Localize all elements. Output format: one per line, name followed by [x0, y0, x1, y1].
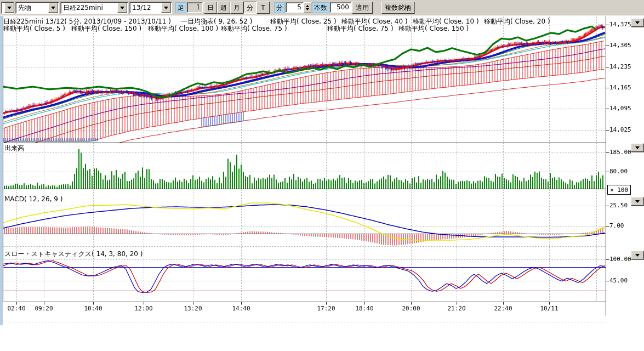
symbol-combo[interactable]: 日経225mini	[60, 2, 128, 14]
y-axis-tick-label: 25.50	[609, 202, 628, 209]
volume-pane-label: 出来高	[4, 144, 24, 153]
x-axis-tick-label: 02:40	[7, 305, 25, 312]
price-chart-canvas[interactable]	[0, 0, 644, 351]
symbol-combo-value: 日経225mini	[61, 3, 117, 13]
apply-button[interactable]: 適用	[352, 2, 373, 14]
y-axis-tick-label: 14,235	[609, 63, 631, 70]
x-axis-tick-label: 22:40	[494, 305, 512, 312]
period-button-week[interactable]: 週	[217, 2, 230, 14]
period-button-day[interactable]: 日	[204, 2, 217, 14]
y-axis-tick-label: 100.00	[609, 256, 631, 263]
toolbar: 先物 日経225mini 13/12 足 1 日週月分T 分 5 本数 500 …	[0, 0, 644, 16]
legend-item: 移動平均( Close, 100 )	[148, 24, 218, 33]
chevron-down-icon[interactable]	[48, 3, 58, 13]
volume-unit-multiplier-badge: × 100	[607, 185, 631, 195]
spin-button[interactable]	[304, 2, 311, 13]
legend-item: 移動平均( Close, 75 )	[327, 24, 394, 33]
chart-application-window: 先物 日経225mini 13/12 足 1 日週月分T 分 5 本数 500 …	[0, 0, 644, 351]
contract-month-combo-value: 13/12	[130, 4, 161, 12]
x-axis-tick-label: 14:40	[232, 305, 250, 312]
period-button-tick[interactable]: T	[257, 2, 270, 14]
bar-count-spinner-value: 500	[330, 2, 351, 13]
multi-symbol-button[interactable]: 複数銘柄	[381, 2, 414, 14]
legend-item: 移動平均( Close, 150 )	[71, 24, 141, 33]
legend-item: 移動平均( Close, 20 )	[484, 17, 550, 26]
x-axis-tick-label: 09:20	[35, 305, 53, 312]
x-axis-tick-label: 12:00	[134, 305, 152, 312]
minute-spinner-value: 5	[286, 2, 304, 13]
y-axis-tick-label: 14,305	[609, 42, 631, 49]
interval-spinner-value: 1	[187, 2, 203, 13]
stoch-pane-scroll-down-button[interactable]	[631, 251, 643, 259]
chevron-down-icon	[635, 146, 640, 149]
x-axis-tick-label: 10:40	[84, 305, 102, 312]
y-axis-tick-label: 80.00	[609, 168, 628, 175]
y-axis-tick-label: 14,375	[609, 21, 631, 28]
mini-combo[interactable]	[1, 2, 14, 14]
chevron-down-icon	[635, 254, 640, 257]
x-axis-tick-label: 20:00	[402, 305, 420, 312]
y-axis-tick-label: 14,165	[609, 84, 631, 91]
legend-item: 移動平均( Close, 75 )	[221, 24, 287, 33]
period-button-minute[interactable]: 分	[243, 2, 257, 14]
y-axis-tick-label: 14,025	[609, 126, 631, 133]
contract-month-combo[interactable]: 13/12	[129, 2, 172, 14]
category-combo[interactable]: 先物	[15, 2, 59, 14]
x-axis-tick-label: 10/11	[540, 305, 558, 312]
x-axis-tick-label: 17:20	[317, 305, 335, 312]
volume-pane-scroll-down-button[interactable]	[631, 143, 643, 152]
category-combo-value: 先物	[16, 3, 48, 13]
chevron-down-icon	[635, 21, 640, 24]
y-axis-tick-label: 185.00	[609, 149, 631, 156]
x-axis-tick-label: 21:20	[447, 305, 465, 312]
y-axis-tick-label: 7.00	[609, 222, 624, 229]
chevron-down-icon[interactable]	[4, 3, 14, 13]
y-axis-tick-label: 14,095	[609, 105, 631, 112]
macd-pane-label: MACD( 12, 26, 9 )	[4, 195, 62, 203]
minute-label: 分	[274, 2, 285, 13]
price-pane-scroll-down-button[interactable]	[631, 18, 643, 27]
y-axis-tick-label: 45.00	[609, 277, 628, 284]
chevron-down-icon[interactable]	[161, 3, 171, 13]
macd-pane-scroll-down-button[interactable]	[631, 197, 643, 206]
minute-spinner[interactable]: 5	[286, 2, 311, 12]
stochastics-pane-label: スロー・ストキャスティクス( 14, 3, 80, 20 )	[4, 250, 143, 259]
legend-item: 移動平均( Close, 5 )	[3, 24, 65, 33]
bar-type-label: 足	[175, 2, 186, 13]
x-axis-tick-label: 18:40	[355, 305, 373, 312]
x-axis-tick-label: 13:20	[184, 305, 202, 312]
period-button-month[interactable]: 月	[230, 2, 243, 14]
legend-item: 移動平均( Close, 150 )	[398, 24, 469, 33]
bar-count-label: 本数	[312, 2, 329, 13]
chevron-down-icon	[635, 200, 640, 203]
chevron-down-icon[interactable]	[117, 3, 127, 13]
